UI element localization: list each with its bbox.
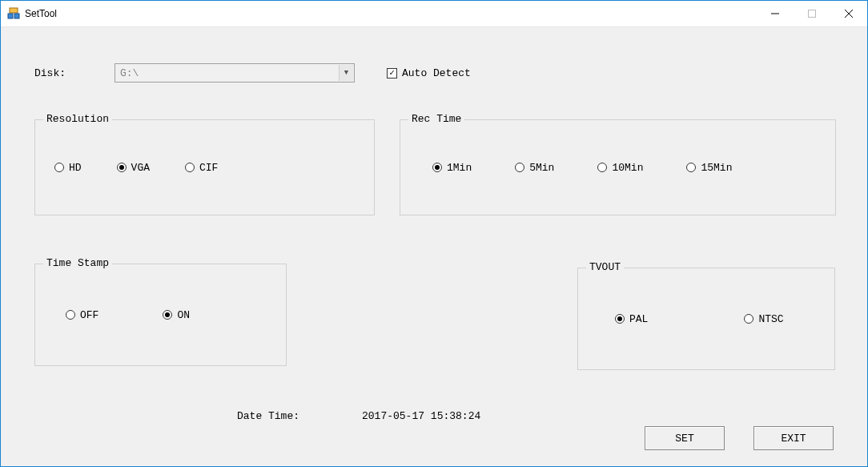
maximize-button [794, 1, 830, 26]
minimize-button[interactable] [757, 1, 794, 26]
disk-label: Disk: [34, 67, 115, 79]
radio-on[interactable]: ON [163, 309, 190, 321]
resolution-legend: Resolution [43, 113, 112, 125]
rectime-group: Rec Time 1Min 5Min 10Min 15Min [400, 119, 836, 215]
radio-15min[interactable]: 15Min [686, 162, 732, 174]
tvout-group: TVOUT PAL NTSC [577, 268, 835, 370]
svg-rect-2 [14, 14, 19, 18]
app-icon [7, 7, 20, 20]
radio-cif[interactable]: CIF [185, 162, 218, 174]
svg-rect-1 [8, 14, 13, 18]
disk-combo[interactable]: G:\ ▼ [115, 63, 355, 83]
timestamp-legend: Time Stamp [43, 257, 112, 269]
window-title: SetTool [25, 8, 757, 19]
svg-rect-4 [809, 10, 816, 18]
datetime-label: Date Time: [237, 410, 299, 422]
svg-rect-0 [10, 8, 18, 13]
datetime-value: 2017-05-17 15:38:24 [362, 410, 480, 422]
rectime-legend: Rec Time [408, 113, 464, 125]
disk-combo-value: G:\ [120, 67, 139, 79]
radio-hd[interactable]: HD [54, 162, 82, 174]
radio-pal[interactable]: PAL [615, 313, 648, 325]
window-controls [757, 1, 867, 26]
radio-vga[interactable]: VGA [117, 162, 150, 174]
radio-5min[interactable]: 5Min [515, 162, 554, 174]
bottom-buttons: SET EXIT [645, 426, 834, 450]
radio-10min[interactable]: 10Min [597, 162, 643, 174]
timestamp-options: OFF ON [35, 264, 286, 365]
radio-off[interactable]: OFF [66, 309, 98, 321]
set-button[interactable]: SET [645, 426, 725, 450]
close-button[interactable] [830, 1, 867, 26]
rectime-options: 1Min 5Min 10Min 15Min [400, 120, 835, 215]
window-frame: SetTool Disk: G:\ ▼ ✓ Auto Detect [0, 0, 868, 467]
radio-1min[interactable]: 1Min [432, 162, 472, 174]
disk-row: Disk: G:\ ▼ ✓ Auto Detect [34, 63, 834, 83]
timestamp-group: Time Stamp OFF ON [34, 264, 287, 366]
client-area: Disk: G:\ ▼ ✓ Auto Detect Resolution HD … [1, 27, 867, 466]
tvout-options: PAL NTSC [578, 268, 834, 369]
titlebar: SetTool [1, 1, 867, 27]
datetime-row: Date Time: 2017-05-17 15:38:24 [237, 410, 480, 422]
auto-detect-checkbox[interactable]: ✓ Auto Detect [387, 67, 471, 79]
checkbox-icon: ✓ [387, 68, 397, 79]
exit-button[interactable]: EXIT [753, 426, 834, 450]
resolution-options: HD VGA CIF [35, 120, 374, 215]
auto-detect-label: Auto Detect [402, 67, 471, 79]
resolution-group: Resolution HD VGA CIF [34, 119, 375, 215]
chevron-down-icon: ▼ [339, 65, 353, 81]
radio-ntsc[interactable]: NTSC [744, 313, 783, 325]
tvout-legend: TVOUT [586, 261, 624, 273]
